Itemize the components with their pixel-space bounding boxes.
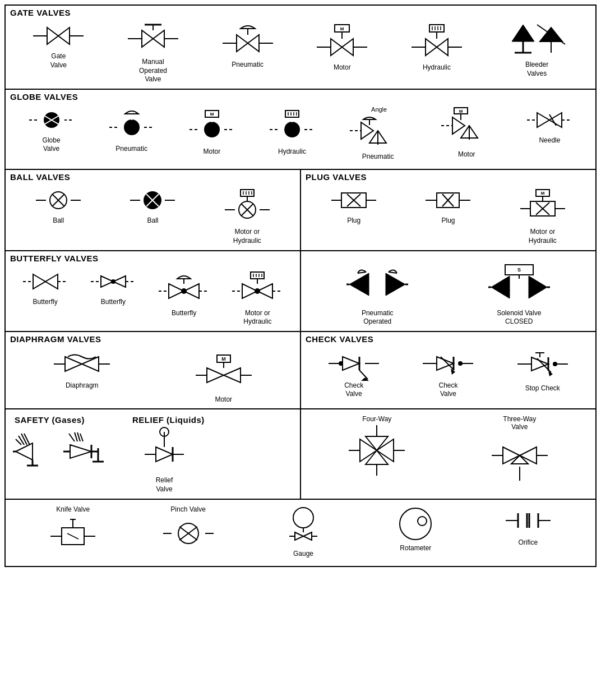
gauge-item: Gauge bbox=[281, 505, 326, 559]
bleeder-valves-label: BleederValves bbox=[525, 61, 548, 78]
svg-point-177 bbox=[339, 361, 343, 366]
pneumatic-operated-label: PneumaticOperated bbox=[362, 309, 394, 326]
svg-marker-227 bbox=[366, 436, 388, 450]
svg-marker-13 bbox=[248, 35, 259, 52]
plug-valve2-item: Plug bbox=[426, 186, 470, 225]
ball-valve1-symbol bbox=[36, 186, 81, 214]
svg-marker-25 bbox=[426, 39, 437, 56]
solenoid-valve-item: S Solenoid ValveCLOSED bbox=[488, 262, 550, 326]
svg-point-135 bbox=[181, 288, 187, 294]
safety-gases-title: SAFETY (Gases) bbox=[10, 413, 105, 426]
svg-marker-200 bbox=[16, 443, 33, 460]
check-valve2-item: CheckValve bbox=[423, 348, 473, 399]
plug-valve1-symbol bbox=[331, 186, 376, 214]
motor-globe-symbol: M bbox=[189, 106, 234, 145]
diaphragm-valves-title: DIAPHRAGM VALVES bbox=[6, 332, 300, 345]
svg-point-254 bbox=[418, 517, 427, 526]
svg-point-142 bbox=[255, 288, 260, 294]
svg-marker-18 bbox=[331, 39, 342, 56]
svg-marker-189 bbox=[531, 357, 548, 371]
three-way-symbol bbox=[492, 433, 548, 483]
rotameter-symbol bbox=[393, 505, 438, 542]
svg-point-58 bbox=[285, 122, 299, 137]
svg-point-47 bbox=[124, 120, 139, 135]
angle-pneumatic-symbol bbox=[350, 114, 406, 150]
diaphragm-valves-subsection: DIAPHRAGM VALVES Diaphragm bbox=[6, 332, 301, 409]
special-valves-subsection: PneumaticOperated bbox=[301, 251, 595, 331]
svg-point-193 bbox=[553, 362, 557, 366]
svg-marker-155 bbox=[491, 276, 510, 298]
gate-valve-item: GateValve bbox=[33, 22, 84, 70]
butterfly3-symbol bbox=[159, 268, 209, 307]
ball-motor-hydraulic-item: Motor orHydraulic bbox=[225, 186, 270, 245]
svg-line-196 bbox=[16, 439, 21, 445]
pneumatic-gate-label: Pneumatic bbox=[232, 61, 263, 70]
pneumatic-gate-symbol bbox=[223, 22, 273, 58]
svg-marker-175 bbox=[343, 357, 359, 370]
stop-check-label: Stop Check bbox=[525, 384, 560, 393]
svg-text:S: S bbox=[517, 267, 521, 273]
svg-line-198 bbox=[21, 434, 27, 445]
svg-marker-250 bbox=[303, 532, 312, 540]
safety2-item bbox=[61, 429, 105, 474]
motor-globe-label: Motor bbox=[204, 148, 221, 156]
motor-diaphragm-label: Motor bbox=[215, 395, 232, 404]
svg-point-130 bbox=[111, 279, 115, 284]
pneumatic-operated-item: PneumaticOperated bbox=[346, 262, 408, 326]
hydraulic-globe-label: Hydraulic bbox=[278, 148, 306, 156]
pinch-valve-item: Pinch Valve bbox=[163, 505, 214, 547]
ball-valves-subsection: BALL VALVES Ball bbox=[6, 170, 301, 250]
orifice-symbol bbox=[506, 505, 551, 536]
svg-marker-233 bbox=[520, 447, 537, 464]
butterfly-valves-symbols: Butterfly Butterfly bbox=[6, 264, 300, 331]
three-way-item: Three-WayValve bbox=[492, 415, 548, 483]
svg-marker-19 bbox=[342, 39, 353, 56]
manual-valve-symbol bbox=[128, 22, 178, 56]
relief-valve-item: ReliefValve bbox=[128, 429, 201, 494]
plug-motor-hydraulic-item: M Motor orHydraulic bbox=[520, 186, 565, 245]
svg-marker-7 bbox=[153, 30, 164, 47]
svg-marker-182 bbox=[437, 357, 454, 370]
pneumatic-globe-symbol bbox=[109, 106, 154, 142]
butterfly1-label: Butterfly bbox=[33, 298, 58, 307]
hydraulic-gate-label: Hydraulic bbox=[423, 63, 451, 72]
stop-check-item: Stop Check bbox=[517, 348, 568, 393]
ball-valve1-label: Ball bbox=[53, 217, 64, 225]
knife-valve-symbol bbox=[50, 517, 95, 547]
check-valve2-symbol bbox=[423, 348, 473, 379]
svg-text:M: M bbox=[210, 112, 214, 117]
plug-valve1-item: Plug bbox=[331, 186, 376, 225]
svg-marker-225 bbox=[360, 439, 377, 462]
ball-motor-hydraulic-symbol bbox=[225, 186, 270, 225]
svg-line-204 bbox=[69, 434, 75, 441]
pneumatic-globe-item: Pneumatic bbox=[109, 106, 154, 154]
svg-line-207 bbox=[80, 434, 83, 441]
svg-text:M: M bbox=[540, 191, 544, 196]
svg-marker-2 bbox=[47, 27, 58, 44]
safety-relief-subsection: SAFETY (Gases) bbox=[6, 409, 301, 498]
globe-valves-title: GLOBE VALVES bbox=[6, 90, 595, 103]
svg-line-153 bbox=[358, 272, 366, 273]
svg-point-186 bbox=[458, 361, 463, 366]
ball-valves-symbols: Ball Ball bbox=[6, 183, 300, 250]
check-valve1-label: CheckValve bbox=[344, 381, 363, 399]
bleeder-valves-item: BleederValves bbox=[506, 22, 568, 78]
svg-marker-3 bbox=[58, 27, 70, 44]
svg-marker-164 bbox=[65, 357, 82, 371]
angle-motor-symbol: M bbox=[441, 106, 492, 148]
butterfly-valves-title: BUTTERFLY VALVES bbox=[6, 251, 300, 264]
svg-marker-168 bbox=[207, 368, 224, 383]
needle-item: Needle bbox=[527, 106, 572, 145]
svg-marker-209 bbox=[70, 445, 91, 458]
butterfly-motor-label: Motor orHydraulic bbox=[243, 309, 271, 326]
safety1-item bbox=[10, 429, 55, 474]
gauge-label: Gauge bbox=[293, 550, 313, 559]
ball-valve2-item: Ball bbox=[130, 186, 175, 225]
knife-valve-heading: Knife Valve bbox=[56, 505, 90, 513]
svg-marker-26 bbox=[437, 39, 448, 56]
angle-motor-label: Motor bbox=[458, 150, 475, 159]
svg-marker-6 bbox=[142, 30, 153, 47]
gate-valves-title: GATE VALVES bbox=[6, 6, 595, 19]
svg-marker-232 bbox=[503, 447, 520, 464]
ball-valve2-symbol bbox=[130, 186, 175, 214]
